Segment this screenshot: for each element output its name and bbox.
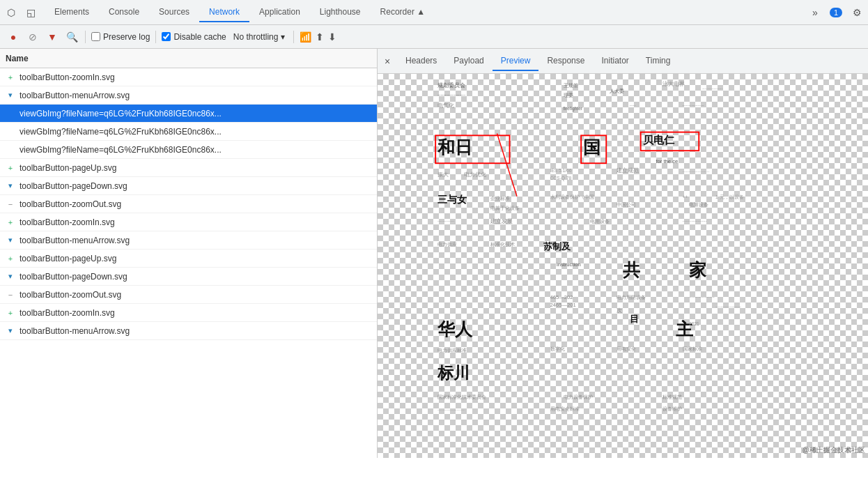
svg-text:国: 国 xyxy=(583,138,600,157)
divider-2 xyxy=(155,31,156,43)
tab-network[interactable]: Network xyxy=(199,3,249,22)
network-item-10[interactable]: + toolbarButton-pageUp.svg xyxy=(0,250,377,268)
disable-cache-label: Disable cache xyxy=(173,32,226,42)
svg-text:·················: ················· xyxy=(683,103,705,108)
svg-text:·····················: ····················· xyxy=(683,169,710,174)
throttle-arrow: ▾ xyxy=(281,32,285,42)
svg-text:泳大电界: 泳大电界 xyxy=(662,81,685,87)
item-name-7: toolbarButton-zoomOut.svg xyxy=(20,199,121,209)
preview-area: 规划委员会 ··················· 电气化 王规管 理委 人大委… xyxy=(378,74,868,458)
network-item-1[interactable]: ▾ toolbarButton-menuArrow.svg xyxy=(0,86,377,105)
network-item-4[interactable]: viewGbImg?fileName=q6LG%2FruKbh68IGE0nc8… xyxy=(0,141,377,159)
item-icon-0: + xyxy=(6,73,15,82)
network-item-12[interactable]: − toolbarButton-zoomOut.svg xyxy=(0,286,377,304)
tab-elements[interactable]: Elements xyxy=(45,3,99,22)
disable-cache-checkbox-group[interactable]: Disable cache xyxy=(162,32,226,42)
tab-recorder[interactable]: Recorder ▲ xyxy=(371,3,435,22)
svg-text:2465—201: 2465—201 xyxy=(550,302,576,308)
svg-text:建立规范: 建立规范 xyxy=(616,167,639,174)
wifi-icon[interactable]: 📶 xyxy=(300,31,311,43)
svg-text:振大: 振大 xyxy=(437,171,449,178)
svg-text:中国公司: 中国公司 xyxy=(617,202,636,207)
more-tabs-icon[interactable]: » xyxy=(807,4,823,21)
detail-tab-preview[interactable]: Preview xyxy=(493,52,539,71)
preserve-log-checkbox[interactable] xyxy=(91,32,100,41)
svg-text:人大委: 人大委 xyxy=(610,89,624,94)
network-item-5[interactable]: + toolbarButton-pageUp.svg xyxy=(0,159,377,177)
chat-badge: 1 xyxy=(830,8,842,17)
item-icon-9: ▾ xyxy=(6,236,15,245)
network-list-items: + toolbarButton-zoomIn.svg ▾ toolbarButt… xyxy=(0,68,377,340)
svg-text:标川: 标川 xyxy=(437,364,470,382)
network-item-0[interactable]: + toolbarButton-zoomIn.svg xyxy=(0,68,377,86)
item-name-9: toolbarButton-menuArrow.svg xyxy=(20,236,130,245)
cursor-icon[interactable]: ⬡ xyxy=(3,4,20,21)
tab-sources[interactable]: Sources xyxy=(149,3,199,22)
svg-text:国家标准: 国家标准 xyxy=(683,346,702,352)
network-item-14[interactable]: ▾ toolbarButton-menuArrow.svg xyxy=(0,322,377,340)
preview-svg: 规划委员会 ··················· 电气化 王规管 理委 人大委… xyxy=(378,74,868,458)
record-button[interactable]: ● xyxy=(6,29,21,45)
detail-tab-initiator[interactable]: Initiator xyxy=(593,52,637,71)
download-icon[interactable]: ⬇ xyxy=(328,31,336,43)
close-detail-button[interactable]: × xyxy=(380,54,394,68)
item-icon-12: − xyxy=(6,291,15,299)
svg-text:贝电仁: 贝电仁 xyxy=(642,134,675,146)
network-item-13[interactable]: + toolbarButton-zoomIn.svg xyxy=(0,304,377,322)
svg-text:标准规范: 标准规范 xyxy=(662,394,682,399)
tab-application[interactable]: Application xyxy=(249,3,310,22)
settings-icon[interactable]: ⚙ xyxy=(848,4,865,21)
detail-tab-headers[interactable]: Headers xyxy=(397,52,445,71)
network-item-8[interactable]: + toolbarButton-zoomIn.svg xyxy=(0,213,377,231)
network-item-9[interactable]: ▾ toolbarButton-menuArrow.svg xyxy=(0,231,377,250)
item-name-11: toolbarButton-pageDown.svg xyxy=(20,272,127,282)
detail-tab-timing[interactable]: Timing xyxy=(637,52,679,71)
stop-button[interactable]: ⊘ xyxy=(25,29,40,45)
divider-3 xyxy=(293,31,294,43)
tab-lighthouse[interactable]: Lighthouse xyxy=(310,3,371,22)
svg-text:instruction: instruction xyxy=(557,261,581,268)
dock-icon[interactable]: ◱ xyxy=(22,4,39,21)
svg-text:电气化: 电气化 xyxy=(437,102,454,109)
detail-tabs: × Headers Payload Preview Response Initi… xyxy=(378,49,868,74)
throttle-selector[interactable]: No throttling ▾ xyxy=(231,31,288,43)
item-icon-13: + xyxy=(6,309,15,317)
tab-console[interactable]: Console xyxy=(99,3,149,22)
network-list-header: Name xyxy=(0,49,377,68)
item-icon-8: + xyxy=(6,218,15,227)
network-toolbar: ● ⊘ ▼ 🔍 Preserve log Disable cache No th… xyxy=(0,25,868,49)
devtools-tab-bar: ⬡ ◱ Elements Console Sources Network App… xyxy=(0,0,868,25)
network-item-6[interactable]: ▾ toolbarButton-pageDown.svg xyxy=(0,177,377,195)
svg-text:水利设备保护（中国: 水利设备保护（中国 xyxy=(550,194,594,200)
svg-text:企业标准: 企业标准 xyxy=(490,196,510,201)
name-column-header: Name xyxy=(6,54,29,63)
svg-text:共: 共 xyxy=(623,261,641,279)
network-item-3[interactable]: viewGbImg?fileName=q6LG%2FruKbh68IGE0nc8… xyxy=(0,123,377,141)
svg-text:三与女: 三与女 xyxy=(437,194,467,205)
svg-text:国家标准化技术委员会: 国家标准化技术委员会 xyxy=(437,394,486,400)
filter-icon[interactable]: ▼ xyxy=(45,29,60,45)
svg-text:firefighter: firefighter xyxy=(564,106,583,112)
chat-button[interactable]: 1 xyxy=(828,4,844,21)
detail-tab-payload[interactable]: Payload xyxy=(445,52,492,71)
network-item-11[interactable]: ▾ toolbarButton-pageDown.svg xyxy=(0,268,377,286)
svg-text:电力供应标准: 电力供应标准 xyxy=(437,348,467,353)
detail-tab-response[interactable]: Response xyxy=(538,52,593,71)
svg-text:for the ce: for the ce xyxy=(656,158,679,164)
network-item-2[interactable]: viewGbImg?fileName=q6LG%2FruKbh68IGE0nc8… xyxy=(0,105,377,123)
disable-cache-checkbox[interactable] xyxy=(162,32,171,41)
item-name-3: viewGbImg?fileName=q6LG%2FruKbh68IGE0nc8… xyxy=(20,127,222,137)
svg-text:标准化技术: 标准化技术 xyxy=(490,242,515,247)
svg-text:次: 次 xyxy=(617,307,622,314)
devtools-panel-icons: ⬡ ◱ xyxy=(3,4,39,21)
svg-text:设备维护: 设备维护 xyxy=(662,406,682,411)
search-button[interactable]: 🔍 xyxy=(64,29,79,45)
upload-icon[interactable]: ⬆ xyxy=(316,31,324,43)
svg-text:电用设备: 电用设备 xyxy=(590,219,610,224)
svg-text:++: ++ xyxy=(683,194,688,199)
item-icon-11: ▾ xyxy=(6,272,15,281)
item-name-5: toolbarButton-pageUp.svg xyxy=(20,163,116,173)
network-item-7[interactable]: − toolbarButton-zoomOut.svg xyxy=(0,195,377,213)
preserve-log-checkbox-group[interactable]: Preserve log xyxy=(91,32,150,42)
svg-text:电算于化设备: 电算于化设备 xyxy=(490,206,520,210)
